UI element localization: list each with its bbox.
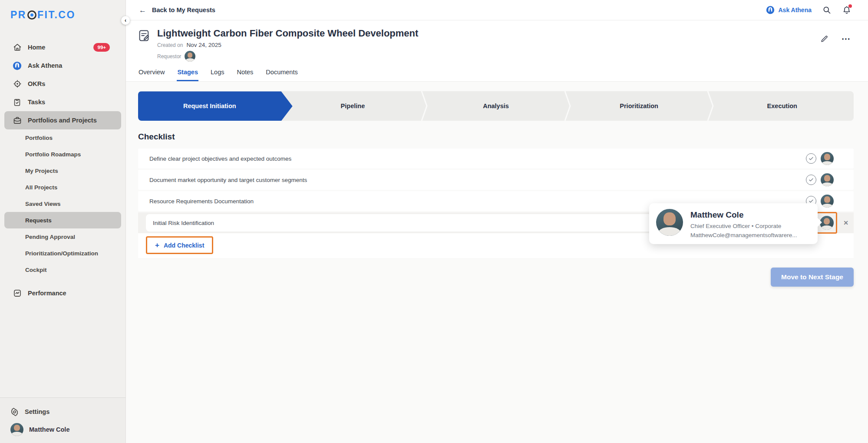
tab-documents[interactable]: Documents <box>265 66 298 81</box>
back-arrow-icon: ← <box>139 7 146 14</box>
assignee-avatar[interactable] <box>821 195 834 208</box>
add-checklist-button[interactable]: + Add Checklist <box>146 236 213 254</box>
sidebar-item-label: Prioritization/Optimization <box>25 250 98 257</box>
settings-label: Settings <box>25 408 50 415</box>
move-to-next-stage-button[interactable]: Move to Next Stage <box>771 268 854 287</box>
popover-user-email: MatthewCole@managementsoftwarere... <box>690 232 797 238</box>
requestor-label: Requestor <box>157 53 181 60</box>
sidebar: PRFIT.CO Home 99+ Ask Athena OKRs <box>0 0 126 443</box>
back-link-label: Back to My Requests <box>152 7 215 13</box>
tab-notes[interactable]: Notes <box>236 66 254 81</box>
checklist-item-text: Define clear project objectives and expe… <box>149 155 291 162</box>
sidebar-item-ask-athena[interactable]: Ask Athena <box>4 56 121 75</box>
tab-label: Documents <box>266 69 297 76</box>
sidebar-item-label: All Projects <box>25 184 57 191</box>
sidebar-item-settings[interactable]: Settings <box>0 403 125 420</box>
sidebar-item-all-projects[interactable]: All Projects <box>4 179 121 195</box>
sidebar-item-portfolio-roadmaps[interactable]: Portfolio Roadmaps <box>4 146 121 162</box>
stage-prioritization[interactable]: Prioritization <box>568 91 711 121</box>
add-checklist-label: Add Checklist <box>164 242 204 249</box>
sidebar-item-label: Tasks <box>28 99 45 106</box>
stage-label: Request Initiation <box>183 102 236 109</box>
sidebar-item-home[interactable]: Home 99+ <box>4 38 121 56</box>
sidebar-item-label: Portfolio Roadmaps <box>25 151 81 158</box>
sidebar-item-portfolios-and-projects[interactable]: Portfolios and Projects <box>4 111 121 129</box>
stage-request-initiation[interactable]: Request Initiation <box>138 91 293 121</box>
ask-athena-button[interactable]: Ask Athena <box>766 6 812 14</box>
popover-user-name: Matthew Cole <box>690 210 797 220</box>
user-name: Matthew Cole <box>29 426 69 433</box>
user-profile[interactable]: Matthew Cole <box>0 420 125 436</box>
page-title: Lightweight Carbon Fiber Composite Wheel… <box>157 28 418 39</box>
check-circle-icon[interactable] <box>806 153 816 164</box>
sidebar-item-label: My Projects <box>25 168 58 174</box>
checklist-heading: Checklist <box>138 132 854 142</box>
stage-content: Request Initiation Pipeline Analysis Pri… <box>126 82 868 443</box>
stage-execution[interactable]: Execution <box>710 91 854 121</box>
sidebar-item-label: Requests <box>25 217 52 224</box>
notification-badge: 99+ <box>93 43 110 52</box>
sidebar-item-cockpit[interactable]: Cockpit <box>4 261 121 278</box>
topbar: ← Back to My Requests Ask Athena <box>126 0 868 20</box>
created-on-label: Created on <box>157 42 183 48</box>
assignee-avatar[interactable] <box>820 216 834 230</box>
requestor-avatar[interactable] <box>185 51 195 62</box>
sidebar-item-performance[interactable]: Performance <box>4 284 121 302</box>
sidebar-item-my-projects[interactable]: My Projects <box>4 162 121 179</box>
sidebar-item-pending-approval[interactable]: Pending Approval <box>4 228 121 245</box>
logo-text-fit: FIT.CO <box>37 9 76 21</box>
check-circle-icon[interactable] <box>806 175 816 185</box>
sidebar-item-prioritization-optimization[interactable]: Prioritization/Optimization <box>4 245 121 261</box>
target-o-icon <box>27 10 36 20</box>
sidebar-item-tasks[interactable]: Tasks <box>4 93 121 111</box>
assignee-avatar[interactable] <box>821 152 834 165</box>
okr-target-icon <box>13 79 22 89</box>
stage-label: Analysis <box>483 102 509 109</box>
back-to-my-requests-link[interactable]: ← Back to My Requests <box>139 7 215 14</box>
tab-overview[interactable]: Overview <box>138 66 165 81</box>
briefcase-icon <box>13 116 22 125</box>
remove-assignee-icon[interactable]: ✕ <box>843 219 848 226</box>
edit-pencil-icon[interactable] <box>819 34 829 43</box>
tab-logs[interactable]: Logs <box>210 66 224 81</box>
checklist-row: Document market opportunity and target c… <box>138 170 854 190</box>
sidebar-collapse-button[interactable]: ‹ <box>121 16 130 25</box>
sidebar-item-saved-views[interactable]: Saved Views <box>4 195 121 212</box>
sidebar-nav: Home 99+ Ask Athena OKRs Tasks <box>0 28 125 397</box>
stage-progress-bar: Request Initiation Pipeline Analysis Pri… <box>138 91 854 121</box>
created-on-value: Nov 24, 2025 <box>186 42 221 48</box>
sidebar-item-label: OKRs <box>28 80 45 87</box>
sidebar-item-portfolios[interactable]: Portfolios <box>4 129 121 146</box>
athena-icon <box>13 61 22 70</box>
stage-analysis[interactable]: Analysis <box>424 91 568 121</box>
user-info-popover: Matthew Cole Chief Executive Officer • C… <box>649 203 818 244</box>
plus-icon: + <box>155 241 159 249</box>
notification-dot <box>848 4 852 8</box>
sidebar-footer: Settings Matthew Cole <box>0 397 125 443</box>
tabs: Overview Stages Logs Notes Documents <box>138 66 851 81</box>
topbar-right: Ask Athena <box>766 5 851 15</box>
athena-icon <box>766 6 775 14</box>
logo-text-pr: PR <box>10 9 26 21</box>
more-options-icon[interactable]: ⋯ <box>841 34 851 43</box>
notifications-bell-icon[interactable] <box>842 5 851 15</box>
tasks-clipboard-icon <box>13 98 22 107</box>
assignee-avatar[interactable] <box>821 173 834 186</box>
sidebar-item-label: Cockpit <box>25 267 47 273</box>
tab-label: Overview <box>139 69 165 76</box>
request-doc-icon <box>138 29 150 42</box>
sidebar-item-requests[interactable]: Requests <box>4 212 121 228</box>
stage-actions: Move to Next Stage <box>138 268 854 287</box>
tab-stages[interactable]: Stages <box>177 66 198 81</box>
sidebar-item-label: Ask Athena <box>28 62 62 69</box>
checklist-row: Define clear project objectives and expe… <box>138 149 854 169</box>
checklist-item-text: Initial Risk Identification <box>153 220 214 226</box>
app-window: PRFIT.CO Home 99+ Ask Athena OKRs <box>0 0 868 443</box>
sidebar-item-okrs[interactable]: OKRs <box>4 75 121 93</box>
sidebar-item-label: Saved Views <box>25 201 61 207</box>
stage-pipeline[interactable]: Pipeline <box>281 91 425 121</box>
profit-logo[interactable]: PRFIT.CO <box>0 0 125 28</box>
checklist-item-text: Document market opportunity and target c… <box>149 177 307 183</box>
gear-icon <box>10 408 19 416</box>
search-icon[interactable] <box>822 5 832 15</box>
